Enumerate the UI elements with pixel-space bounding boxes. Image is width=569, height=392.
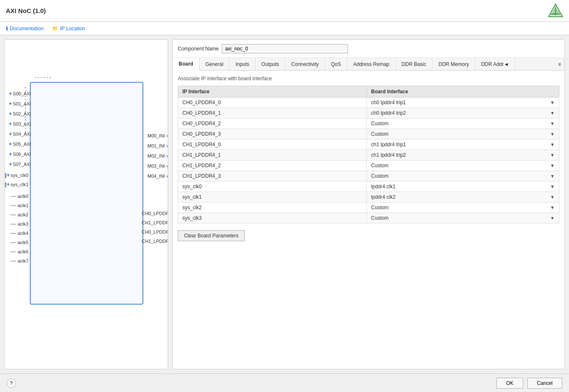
tab-ddr-addr[interactable]: DDR Addr◄: [475, 58, 515, 70]
board-interface-cell[interactable]: Custom ▼: [367, 171, 559, 182]
ip-interface-cell: CH0_LPDDR4_3: [178, 129, 367, 139]
port-m02ini: M02_INI +: [148, 151, 168, 161]
port-s02axi: + S02_AXI: [9, 110, 31, 117]
port-m01ini: M01_INI +: [148, 141, 168, 151]
dropdown-arrow-icon[interactable]: ▼: [550, 184, 555, 189]
port-ch1lpddr4-0: CH1_LPDDR4_0 ✕: [142, 219, 168, 226]
port-aclk5: — aclk5: [11, 239, 29, 245]
table-row: CH1_LPDDR4_3 Custom ▼: [178, 171, 559, 182]
ip-interface-cell: sys_clk1: [178, 192, 367, 203]
table-row: sys_clk3 Custom ▼: [178, 213, 559, 224]
ip-interface-cell: sys_clk0: [178, 182, 367, 192]
ip-interface-cell: CH0_LPDDR4_2: [178, 118, 367, 129]
documentation-link[interactable]: ℹ Documentation: [6, 26, 44, 32]
ip-interface-cell: CH1_LPDDR4_2: [178, 160, 367, 171]
board-interface-cell[interactable]: Custom ▼: [367, 118, 559, 129]
board-interface-table: IP Interface Board Interface CH0_LPDDR4_…: [178, 86, 559, 224]
board-interface-cell[interactable]: ch0 lpddr4 trip2 ▼: [367, 108, 559, 118]
board-interface-cell[interactable]: lpddr4 clk2 ▼: [367, 192, 559, 203]
tab-board[interactable]: Board: [173, 58, 200, 71]
ip-interface-cell: CH1_LPDDR4_3: [178, 171, 367, 182]
table-row: sys_clk1 lpddr4 clk2 ▼: [178, 192, 559, 203]
dropdown-arrow-icon[interactable]: ▼: [550, 110, 555, 116]
port-aclk7: — aclk7: [11, 258, 29, 264]
port-s05axi: + S05_AXI: [9, 141, 31, 147]
component-name-label: Component Name: [178, 46, 219, 52]
dropdown-arrow-icon[interactable]: ▼: [550, 121, 555, 126]
tab-content-board: Associate IP interface with board interf…: [173, 71, 564, 369]
cancel-button[interactable]: Cancel: [527, 378, 562, 389]
port-ch0lpddr4-0: CH0_LPDDR4_0 ✕: [142, 210, 168, 217]
tab-ddr-basic[interactable]: DDR Basic: [396, 58, 433, 70]
table-row: sys_clk0 lpddr4 clk1 ▼: [178, 182, 559, 192]
links-bar: ℹ Documentation 📁 IP Location: [0, 22, 569, 35]
board-interface-cell[interactable]: ch1 lpddr4 trip2 ▼: [367, 150, 559, 160]
port-aclk3: — aclk3: [11, 221, 29, 227]
dropdown-arrow-icon[interactable]: ▼: [550, 163, 555, 168]
port-aclk4: — aclk4: [11, 230, 29, 236]
dropdown-arrow-icon[interactable]: ▼: [550, 153, 555, 158]
dropdown-arrow-icon[interactable]: ▼: [550, 195, 555, 200]
port-sysclk0: || + sys_clk0: [5, 172, 29, 178]
folder-icon: 📁: [52, 26, 58, 32]
component-name-row: Component Name: [173, 40, 564, 58]
bottom-bar: ? OK Cancel: [0, 374, 569, 392]
title-bar: AXI NoC (1.0): [0, 0, 569, 22]
ip-interface-cell: CH0_LPDDR4_0: [178, 97, 367, 108]
ip-interface-cell: CH0_LPDDR4_1: [178, 108, 367, 118]
tab-inputs[interactable]: Inputs: [229, 58, 256, 70]
table-row: sys_clk2 Custom ▼: [178, 203, 559, 213]
board-interface-cell[interactable]: ch0 lpddr4 trip1 ▼: [367, 97, 559, 108]
component-name-input[interactable]: [222, 44, 348, 53]
port-s00axi: + S00_AXI: [9, 90, 31, 97]
diagram-panel: + S00_AXI + S01_AXI + S02_AXI + S03_AXI …: [4, 39, 168, 369]
port-aclk1: — aclk1: [11, 202, 29, 208]
main-content: + S00_AXI + S01_AXI + S02_AXI + S03_AXI …: [0, 35, 569, 374]
dropdown-arrow-icon[interactable]: ▼: [550, 216, 555, 221]
clear-board-params-button[interactable]: Clear Board Parameters: [178, 230, 245, 241]
col-header-board: Board Interface: [367, 86, 559, 97]
dropdown-arrow-icon[interactable]: ▼: [550, 100, 555, 105]
tab-general[interactable]: General: [200, 58, 230, 70]
ip-location-link[interactable]: 📁 IP Location: [52, 26, 85, 32]
port-s03axi: + S03_AXI: [9, 121, 31, 127]
ip-interface-cell: CH1_LPDDR4_0: [178, 139, 367, 150]
tab-outputs[interactable]: Outputs: [256, 58, 285, 70]
port-m03ini: M03_INI +: [148, 161, 168, 171]
board-interface-cell[interactable]: lpddr4 clk1 ▼: [367, 182, 559, 192]
app-title: AXI NoC (1.0): [6, 7, 46, 14]
table-row: CH0_LPDDR4_3 Custom ▼: [178, 129, 559, 139]
dropdown-arrow-icon[interactable]: ▼: [550, 142, 555, 147]
dropdown-arrow-icon[interactable]: ▼: [550, 174, 555, 179]
port-s01axi: + S01_AXI: [9, 100, 31, 107]
ip-interface-cell: CH1_LPDDR4_1: [178, 150, 367, 160]
port-m04ini: M04_INI +: [148, 171, 168, 181]
board-interface-cell[interactable]: Custom ▼: [367, 129, 559, 139]
board-interface-cell[interactable]: Custom ▼: [367, 213, 559, 224]
table-row: CH0_LPDDR4_0 ch0 lpddr4 trip1 ▼: [178, 97, 559, 108]
tab-more-button[interactable]: ≡: [555, 58, 564, 70]
tab-address-remap[interactable]: Address Remap: [348, 58, 396, 70]
port-s07axi: + S07_AXI: [9, 161, 31, 167]
config-panel: Component Name Board General Inputs Outp…: [172, 39, 565, 369]
board-interface-cell[interactable]: Custom ▼: [367, 160, 559, 171]
tab-qos[interactable]: QoS: [325, 58, 347, 70]
table-row: CH0_LPDDR4_2 Custom ▼: [178, 118, 559, 129]
ok-button[interactable]: OK: [496, 378, 523, 389]
tab-ddr-memory[interactable]: DDR Memory: [432, 58, 475, 70]
board-interface-cell[interactable]: Custom ▼: [367, 203, 559, 213]
port-aclk6: — aclk6: [11, 248, 29, 255]
table-row: CH1_LPDDR4_2 Custom ▼: [178, 160, 559, 171]
info-icon: ℹ: [6, 26, 8, 32]
tab-connectivity[interactable]: Connectivity: [285, 58, 325, 70]
dropdown-arrow-icon[interactable]: ▼: [550, 132, 555, 137]
port-s04axi: + S04_AXI: [9, 131, 31, 137]
port-s06axi: + S06_AXI: [9, 151, 31, 157]
plus-icon: +: [9, 90, 12, 97]
table-row: CH1_LPDDR4_1 ch1 lpddr4 trip2 ▼: [178, 150, 559, 160]
port-ch1lpddr4-1: CH1_LPDDR4_1 ✕: [142, 237, 168, 245]
board-interface-cell[interactable]: ch1 lpddr4 trip1 ▼: [367, 139, 559, 150]
help-button[interactable]: ?: [7, 379, 16, 388]
bottom-right: OK Cancel: [496, 378, 562, 389]
dropdown-arrow-icon[interactable]: ▼: [550, 205, 555, 210]
